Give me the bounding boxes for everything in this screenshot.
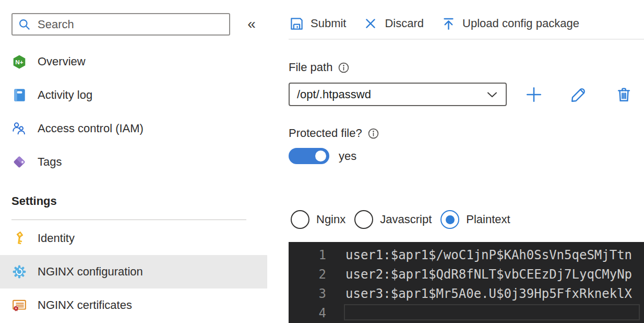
line-text: user3:$apr1$Mr5A0e.U$0j39Hp5FfxRkneklX xyxy=(345,286,632,301)
syntax-radio-group: Nginx Javascript Plaintext xyxy=(291,209,519,230)
sidebar-item-label: Overview xyxy=(38,55,86,68)
upload-label: Upload config package xyxy=(462,17,579,30)
upload-config-package-button[interactable]: Upload config package xyxy=(440,16,579,31)
protected-file-label: Protected file? xyxy=(289,126,362,140)
toggle-state-label: yes xyxy=(339,149,356,163)
editor-line: 2 user2:$apr1$QdR8fNLT$vbCEEzDj7LyqCMyNp xyxy=(289,264,644,284)
protected-file-label-row: Protected file? xyxy=(289,126,379,140)
info-icon[interactable] xyxy=(367,128,379,140)
key-icon xyxy=(11,230,27,246)
line-number: 2 xyxy=(289,267,326,282)
sidebar-item-identity[interactable]: Identity xyxy=(0,222,267,255)
radio-label: Nginx xyxy=(316,213,345,226)
current-line-highlight xyxy=(344,304,640,320)
line-text: user1:$apr1$/woC1jnP$KAh0SsVn5qeSMjTtn xyxy=(345,248,632,262)
submit-label: Submit xyxy=(311,17,346,30)
file-path-value: /opt/.htpasswd xyxy=(297,88,486,101)
gear-icon xyxy=(11,264,27,280)
config-code-editor[interactable]: 1 user1:$apr1$/woC1jnP$KAh0SsVn5qeSMjTtn… xyxy=(289,242,644,323)
upload-icon xyxy=(440,16,456,31)
sidebar-item-overview[interactable]: N+ Overview xyxy=(0,45,267,78)
settings-section-header: Settings xyxy=(11,194,57,208)
discard-label: Discard xyxy=(385,17,424,30)
file-path-dropdown[interactable]: /opt/.htpasswd xyxy=(289,83,507,106)
file-path-label-row: File path xyxy=(289,61,350,74)
chevron-down-icon xyxy=(486,88,498,101)
search-box[interactable] xyxy=(11,13,230,36)
nginx-configuration-page: « N+ Overview xyxy=(0,0,644,323)
radio-circle xyxy=(354,210,373,229)
main-content: Submit Discard Upload co xyxy=(289,0,644,323)
radio-plaintext[interactable]: Plaintext xyxy=(440,210,510,229)
line-number: 3 xyxy=(289,286,326,301)
search-icon xyxy=(18,18,31,31)
delete-file-button[interactable] xyxy=(614,85,633,104)
sidebar-item-nginx-configuration[interactable]: NGINX configuration xyxy=(0,255,267,289)
access-control-icon xyxy=(11,121,27,136)
sidebar-item-tags[interactable]: Tags xyxy=(0,145,267,179)
sidebar-item-activity-log[interactable]: Activity log xyxy=(0,78,267,112)
save-icon xyxy=(289,16,304,31)
command-bar: Submit Discard Upload co xyxy=(289,14,596,33)
sidebar-item-label: NGINX certificates xyxy=(38,298,132,312)
radio-label: Javascript xyxy=(380,213,432,226)
editor-line: 1 user1:$apr1$/woC1jnP$KAh0SsVn5qeSMjTtn xyxy=(289,245,644,264)
radio-circle xyxy=(291,210,309,229)
activity-log-icon xyxy=(11,87,27,103)
toolbar-divider xyxy=(289,39,644,40)
info-icon[interactable] xyxy=(338,62,350,74)
protected-file-toggle[interactable] xyxy=(289,148,329,164)
sidebar-item-label: Tags xyxy=(38,155,62,169)
collapse-sidebar-button[interactable]: « xyxy=(242,15,261,33)
radio-circle xyxy=(440,210,459,229)
radio-label: Plaintext xyxy=(466,213,510,226)
settings-nav: Identity xyxy=(0,222,267,322)
tag-icon xyxy=(11,154,27,170)
protected-file-toggle-row: yes xyxy=(289,148,356,164)
sidebar-item-access-control[interactable]: Access control (IAM) xyxy=(0,112,267,145)
svg-text:N+: N+ xyxy=(15,59,23,66)
close-icon xyxy=(363,16,378,31)
line-number: 4 xyxy=(289,306,326,320)
search-input[interactable] xyxy=(38,18,224,31)
certificate-icon xyxy=(11,297,27,313)
radio-javascript[interactable]: Javascript xyxy=(354,210,432,229)
sidebar-item-label: Access control (IAM) xyxy=(38,122,144,135)
toggle-knob xyxy=(315,151,326,161)
sidebar-item-label: NGINX configuration xyxy=(38,265,143,279)
settings-divider xyxy=(11,220,246,220)
edit-file-button[interactable] xyxy=(569,85,588,104)
sidebar: « N+ Overview xyxy=(0,0,267,323)
radio-nginx[interactable]: Nginx xyxy=(291,210,345,229)
sidebar-item-label: Activity log xyxy=(38,88,92,102)
nginx-plus-icon: N+ xyxy=(11,54,27,70)
line-text: user2:$apr1$QdR8fNLT$vbCEEzDj7LyqCMyNp xyxy=(345,267,632,282)
add-file-button[interactable] xyxy=(524,85,543,104)
file-path-label: File path xyxy=(289,61,332,74)
discard-button[interactable]: Discard xyxy=(363,16,424,31)
file-actions xyxy=(524,83,633,106)
sidebar-item-label: Identity xyxy=(38,232,75,245)
editor-line: 3 user3:$apr1$Mr5A0e.U$0j39Hp5FfxRkneklX xyxy=(289,284,644,303)
sidebar-nav: N+ Overview Activity log xyxy=(0,45,267,179)
sidebar-item-nginx-certificates[interactable]: NGINX certificates xyxy=(0,289,267,322)
submit-button[interactable]: Submit xyxy=(289,16,346,31)
line-number: 1 xyxy=(289,248,326,262)
editor-line-current: 4 xyxy=(289,303,644,322)
